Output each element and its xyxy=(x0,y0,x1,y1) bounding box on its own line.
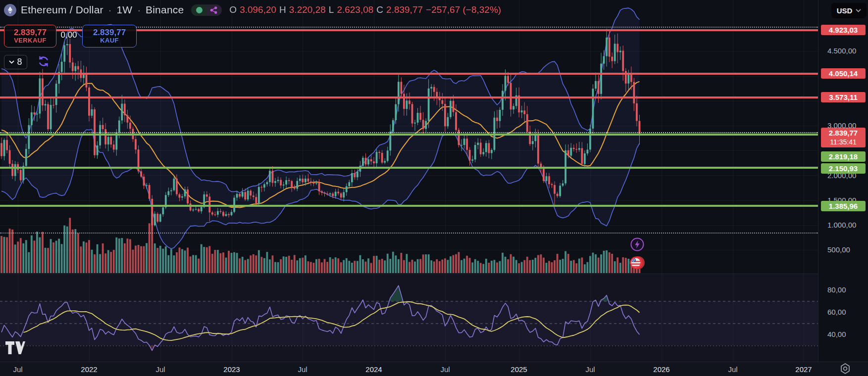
ohlc-readout: O3.096,20 H3.220,28 L2.623,08 C2.839,77 … xyxy=(229,4,501,15)
price-tick-label: 4.500,00 xyxy=(827,47,856,55)
level-price-label: 4.923,03 xyxy=(821,25,866,35)
market-open-dot-icon xyxy=(196,7,203,13)
axis-settings-icon[interactable] xyxy=(840,363,851,376)
exchange-label[interactable]: Binance xyxy=(146,4,184,16)
time-label-year: 2022 xyxy=(81,365,97,374)
time-label-month: Jul xyxy=(440,365,450,374)
buy-button[interactable]: 2.839,77 KAUF xyxy=(82,25,137,47)
time-label-month: Jul xyxy=(585,365,595,374)
time-label-month: Jul xyxy=(298,365,307,374)
market-status-pill[interactable] xyxy=(191,4,222,16)
time-axis[interactable]: Jul2022Jul2023Jul2024Jul2025Jul2026Jul20… xyxy=(0,362,868,376)
current-price-line xyxy=(0,132,818,133)
current-price-label: 2.839,77 11:35:41 xyxy=(821,128,866,147)
rsi-tick-label: 60,00 xyxy=(827,308,846,316)
horizontal-level-line[interactable] xyxy=(0,167,818,169)
share-icon[interactable] xyxy=(206,4,222,16)
time-label-year: 2026 xyxy=(653,365,669,374)
quantity-selector[interactable]: 8 xyxy=(4,55,27,69)
us-flag-marker-icon[interactable] xyxy=(629,255,645,273)
price-tick-label: 1.000,00 xyxy=(827,221,856,229)
rsi-tick-label: 80,00 xyxy=(827,285,846,294)
horizontal-level-line[interactable] xyxy=(0,96,818,98)
horizontal-level-line[interactable] xyxy=(0,134,818,136)
time-label-month: Jul xyxy=(728,365,737,374)
ethereum-logo-icon xyxy=(4,4,16,16)
price-tick-label: 500,00 xyxy=(827,245,850,254)
level-price-label: 1.385,96 xyxy=(821,201,866,211)
chevron-down-icon xyxy=(856,9,861,12)
bar-countdown-timer: 11:35:41 xyxy=(821,138,866,147)
chart-canvas[interactable] xyxy=(0,0,868,376)
tradingview-logo[interactable] xyxy=(5,340,26,358)
level-price-label: 4.050,14 xyxy=(821,68,866,79)
time-label-year: 2024 xyxy=(365,365,382,374)
sell-button[interactable]: 2.839,77 VERKAUF xyxy=(4,25,56,47)
horizontal-level-line[interactable] xyxy=(0,205,818,207)
level-price-label: 2.819,18 xyxy=(821,151,866,162)
time-label-year: 2025 xyxy=(511,365,527,374)
separator-dot: · xyxy=(108,4,112,16)
time-label-month: Jul xyxy=(13,365,22,374)
horizontal-level-line[interactable] xyxy=(0,73,818,75)
level-price-label: 2.150,93 xyxy=(821,163,866,174)
price-axis[interactable]: 2.839,77 11:35:41 4.500,003.000,002.000,… xyxy=(818,0,868,362)
change-readout: −257,67 (−8,32%) xyxy=(426,4,501,15)
time-label-year: 2027 xyxy=(795,365,812,374)
dotted-guide-line[interactable] xyxy=(0,233,818,234)
lightning-marker-icon[interactable] xyxy=(630,237,644,253)
price-tick-label: 3.000,00 xyxy=(827,121,856,130)
timeframe-label[interactable]: 1W xyxy=(116,4,132,16)
spread-value: 0,00 xyxy=(55,30,82,40)
symbol-header: Ethereum / Dollar · 1W · Binance O3.096,… xyxy=(4,0,501,20)
chevron-down-icon xyxy=(9,60,14,64)
level-price-label: 3.573,11 xyxy=(821,92,866,102)
rsi-tick-label: 40,00 xyxy=(827,330,846,338)
sync-refresh-icon[interactable] xyxy=(37,54,51,68)
symbol-title[interactable]: Ethereum / Dollar xyxy=(21,4,103,16)
time-label-month: Jul xyxy=(155,365,165,374)
tradingview-window: Ethereum / Dollar · 1W · Binance O3.096,… xyxy=(0,0,868,376)
time-label-year: 2023 xyxy=(223,365,240,374)
separator-dot: · xyxy=(137,4,141,16)
currency-selector[interactable]: USD xyxy=(831,3,867,18)
